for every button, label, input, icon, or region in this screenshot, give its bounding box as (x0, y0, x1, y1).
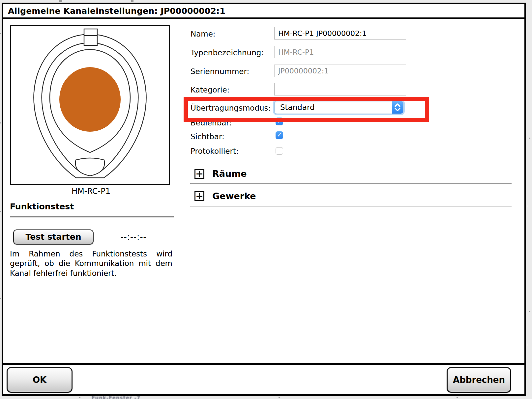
operable-label: Bedienbar: (191, 119, 232, 127)
function-test-divider (10, 216, 174, 217)
function-test-heading: Funktionstest (10, 202, 74, 211)
ruler-tick (0, 298, 1, 299)
visible-checkbox[interactable]: ✓ (276, 131, 283, 139)
logged-label: Protokolliert: (191, 147, 239, 155)
transmission-mode-select[interactable]: Standard (274, 101, 403, 114)
serial-input (274, 65, 406, 77)
ruler-tick (529, 311, 530, 312)
device-image-frame (10, 25, 170, 185)
chevron-up-down-icon (392, 101, 403, 114)
expand-icon-raeume[interactable]: + (194, 169, 204, 179)
serial-label: Seriennummer: (191, 67, 249, 76)
dialog-footer: OK Abbrechen (3, 365, 524, 394)
device-model-label: HM-RC-P1 (10, 187, 172, 196)
checkmark-icon: ✓ (276, 131, 283, 139)
section-divider (190, 183, 512, 184)
device-image (11, 26, 169, 184)
logged-checkbox[interactable]: ✓ (276, 147, 283, 155)
ruler-tick (131, 0, 133, 2)
operable-checkbox[interactable]: ✓ (276, 118, 283, 125)
checkmark-icon: ✓ (276, 118, 283, 125)
cancel-button[interactable]: Abbrechen (447, 367, 511, 393)
category-input[interactable] (274, 83, 406, 95)
name-label: Name: (191, 30, 216, 38)
ruler-tick (0, 33, 1, 34)
transmission-mode-value: Standard (280, 101, 315, 114)
ok-button[interactable]: OK (7, 367, 73, 393)
section-raeume-label: Räume (212, 169, 247, 179)
type-label: Typenbezeichnung: (191, 48, 264, 57)
dialog-title: Allgemeine Kanaleinstellungen: JP0000000… (8, 6, 225, 16)
expand-icon-gewerke[interactable]: + (194, 191, 204, 201)
section-gewerke-label: Gewerke (212, 191, 256, 201)
footer-divider (3, 363, 524, 365)
ruler-tick (279, 397, 280, 398)
type-input (274, 46, 406, 58)
background-text-fragment: i (527, 204, 528, 208)
visible-label: Sichtbar: (191, 132, 224, 141)
section-divider (190, 206, 512, 206)
dialog-titlebar: Allgemeine Kanaleinstellungen: JP0000000… (3, 4, 524, 19)
ruler-tick (0, 122, 1, 123)
category-label: Kategorie: (191, 86, 229, 94)
function-test-description: Im Rahmen des Funktionstests wird geprüf… (10, 249, 172, 278)
name-input[interactable] (274, 27, 406, 40)
ruler-tick (457, 397, 458, 398)
ruler-tick (79, 397, 80, 398)
ruler-tick (59, 0, 62, 2)
test-result-placeholder: --:--:-- (112, 232, 155, 242)
ruler-tick (529, 138, 530, 139)
dialog-content: HM-RC-P1 Funktionstest Test starten --:-… (3, 19, 524, 363)
channel-settings-dialog: Allgemeine Kanaleinstellungen: JP0000000… (2, 3, 526, 396)
transmission-mode-label: Übertragungsmodus: (191, 104, 271, 112)
start-test-button[interactable]: Test starten (13, 229, 94, 245)
ruler-tick (0, 211, 1, 212)
background-text-fragment: i (527, 342, 528, 347)
